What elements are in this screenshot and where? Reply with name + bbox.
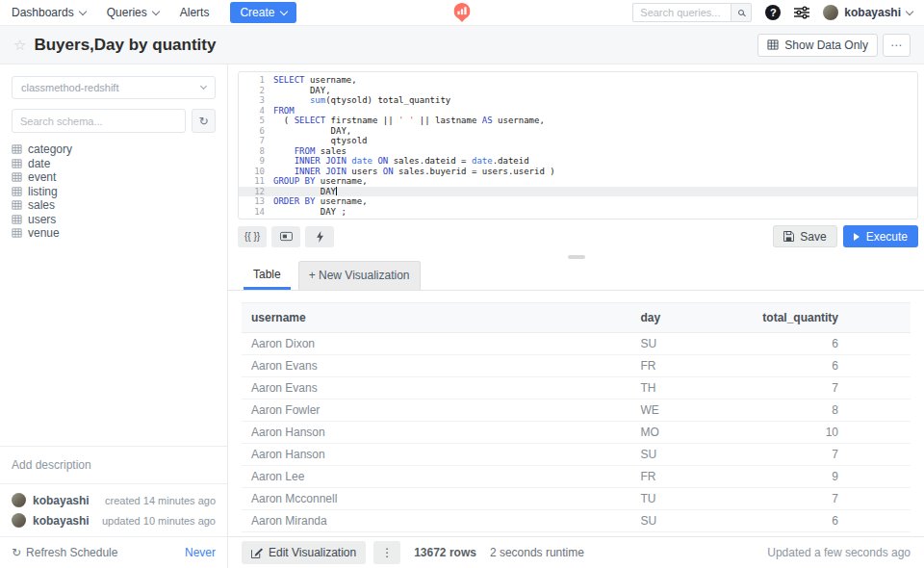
cell-total-quantity: 8: [753, 400, 911, 422]
table-row: Aaron Hanson SU 7: [242, 444, 911, 466]
line-number: 14: [239, 207, 273, 218]
tab-new-visualization[interactable]: + New Visualization: [298, 261, 421, 290]
editor-line[interactable]: 7 qtysold: [239, 136, 917, 146]
line-number: 13: [239, 196, 273, 207]
schema-table-item[interactable]: users: [0, 213, 227, 227]
meta-info: created 14 minutes ago: [105, 495, 216, 506]
table-row: Aaron Evans TH 7: [242, 377, 911, 400]
meta-row: kobayashi updated 10 minutes ago: [0, 510, 227, 530]
show-data-only-label: Show Data Only: [784, 39, 868, 52]
help-icon[interactable]: ?: [765, 5, 781, 20]
editor-line[interactable]: 6 DAY,: [239, 126, 917, 137]
line-number: 8: [239, 146, 273, 157]
editor-line[interactable]: 5 ( SELECT firstname || ' ' || lastname …: [239, 116, 917, 126]
schema-table-item[interactable]: event: [0, 170, 227, 185]
line-number: 12: [239, 187, 273, 197]
line-number: 10: [239, 167, 273, 177]
cell-username: Aaron Evans: [242, 377, 630, 400]
cell-username: Aaron Hanson: [242, 444, 630, 466]
table-grid-icon: [12, 228, 22, 238]
schema-table-name: venue: [28, 226, 60, 240]
autocomplete-toggle-button[interactable]: [271, 226, 300, 247]
add-description[interactable]: Add description: [0, 446, 227, 483]
editor-line[interactable]: 10 INNER JOIN users ON sales.buyerid = u…: [239, 167, 917, 177]
schema-search-input[interactable]: [12, 109, 186, 133]
schema-sidebar: classmethod-redshift ↻ category date: [0, 65, 228, 568]
lightning-icon: [316, 231, 324, 243]
nav-dashboards[interactable]: Dashboards: [12, 6, 86, 19]
refresh-icon: ↻: [198, 115, 208, 128]
refresh-schedule-label: Refresh Schedule: [26, 546, 117, 559]
chevron-down-icon: [152, 7, 160, 14]
schema-table-item[interactable]: sales: [0, 198, 227, 213]
page-header: ☆ Buyers,Day by quantity Show Data Only …: [0, 26, 924, 65]
edit-visualization-button[interactable]: Edit Visualization: [242, 541, 366, 564]
meta-user-name[interactable]: kobayashi: [33, 494, 90, 507]
cell-day: TH: [630, 377, 753, 400]
favorite-star-icon[interactable]: ☆: [13, 37, 26, 54]
table-row: Aaron Miranda SU 6: [242, 510, 911, 532]
editor-line[interactable]: 1SELECT username,: [239, 75, 917, 86]
meta-info: updated 10 minutes ago: [102, 515, 216, 527]
chevron-down-icon: [78, 7, 86, 14]
more-menu-button[interactable]: ⋯: [883, 34, 911, 57]
page-title: Buyers,Day by quantity: [34, 36, 216, 55]
cell-day: SU: [630, 444, 753, 466]
schema-refresh-button[interactable]: ↻: [192, 109, 216, 133]
results-panel: username day total_quantity Aaron Dixon …: [228, 291, 924, 536]
kebab-menu-button[interactable]: ⋮: [373, 541, 400, 564]
redash-logo-icon[interactable]: [454, 3, 471, 26]
schema-table-item[interactable]: date: [0, 157, 227, 171]
refresh-icon: ↻: [12, 546, 21, 559]
column-header-day[interactable]: day: [630, 303, 753, 333]
editor-line[interactable]: 8 FROM sales: [239, 146, 917, 157]
schema-table-list: category date event listing: [0, 142, 227, 241]
editor-line[interactable]: 12 DAY: [239, 187, 917, 197]
sql-editor[interactable]: 1SELECT username,2 DAY,3 sum(qtysold) to…: [238, 71, 918, 219]
save-button[interactable]: Save: [773, 225, 836, 247]
create-button[interactable]: Create: [230, 2, 296, 23]
cell-total-quantity: 10: [753, 422, 911, 444]
query-search-button[interactable]: [731, 3, 752, 22]
editor-line[interactable]: 11GROUP BY username,: [239, 176, 917, 187]
execute-button[interactable]: Execute: [843, 225, 918, 247]
editor-line[interactable]: 9 INNER JOIN date ON sales.dateid = date…: [239, 156, 917, 167]
editor-line[interactable]: 13ORDER BY username,: [239, 196, 917, 207]
table-row: Aaron Hanson MO 10: [242, 422, 911, 444]
tab-table[interactable]: Table: [244, 261, 291, 290]
editor-line[interactable]: 2 DAY,: [239, 86, 917, 96]
refresh-schedule-value[interactable]: Never: [185, 546, 216, 559]
cell-username: Aaron Lee: [242, 466, 630, 488]
table-row: Aaron Dixon SU 6: [242, 333, 911, 355]
meta-user-name[interactable]: kobayashi: [33, 514, 90, 528]
settings-sliders-icon[interactable]: [794, 6, 809, 19]
line-number: 9: [239, 156, 273, 167]
query-search-input[interactable]: [632, 3, 731, 22]
line-number: 6: [239, 126, 273, 137]
format-query-button[interactable]: [305, 226, 334, 247]
play-icon: [854, 233, 860, 241]
edit-visualization-label: Edit Visualization: [269, 546, 356, 559]
schema-table-item[interactable]: listing: [0, 185, 227, 199]
nav-queries[interactable]: Queries: [107, 6, 159, 19]
column-header-username[interactable]: username: [242, 303, 630, 333]
add-parameter-button[interactable]: {{ }}: [238, 226, 267, 247]
column-header-total-quantity[interactable]: total_quantity: [753, 303, 911, 333]
nav-alerts[interactable]: Alerts: [180, 6, 210, 19]
results-header-row: username day total_quantity: [242, 303, 911, 333]
cell-total-quantity: 7: [753, 377, 911, 400]
drag-handle[interactable]: [568, 255, 585, 259]
runtime: 2 seconds runtime: [490, 546, 584, 559]
editor-line[interactable]: 14 DAY ;: [239, 207, 917, 218]
editor-line[interactable]: 4FROM: [239, 106, 917, 116]
cell-total-quantity: 7: [753, 488, 911, 510]
line-number: 11: [239, 176, 273, 187]
user-menu[interactable]: kobayashi: [823, 5, 912, 20]
nav-dashboards-label: Dashboards: [12, 6, 74, 19]
schema-table-item[interactable]: category: [0, 142, 227, 157]
nav-alerts-label: Alerts: [180, 6, 210, 19]
editor-line[interactable]: 3 sum(qtysold) total_quantity: [239, 95, 917, 106]
data-source-select[interactable]: classmethod-redshift: [12, 76, 216, 99]
show-data-only-button[interactable]: Show Data Only: [757, 34, 878, 57]
schema-table-item[interactable]: venue: [0, 226, 227, 241]
